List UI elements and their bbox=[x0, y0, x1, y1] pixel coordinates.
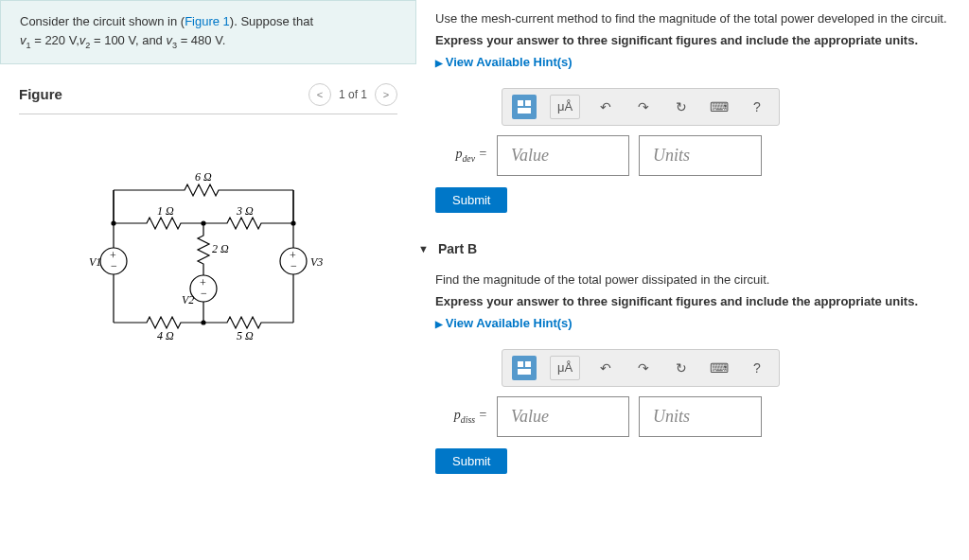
collapse-icon[interactable]: ▼ bbox=[418, 243, 429, 254]
part-b-section: Find the magnitude of the total power di… bbox=[435, 271, 950, 474]
templates-icon[interactable] bbox=[512, 356, 537, 380]
part-a-toolbar: μÅ ↶ ↷ ↻ ⌨ ? bbox=[502, 88, 780, 126]
problem-statement: Consider the circuit shown in (Figure 1)… bbox=[0, 0, 416, 64]
part-b-value-input[interactable]: Value bbox=[497, 396, 629, 437]
svg-rect-24 bbox=[518, 108, 531, 114]
part-a-submit-button[interactable]: Submit bbox=[435, 187, 507, 213]
figure-nav: < 1 of 1 > bbox=[308, 83, 397, 106]
svg-text:V1: V1 bbox=[89, 255, 101, 269]
keyboard-icon[interactable]: ⌨ bbox=[707, 356, 731, 380]
figure-link[interactable]: Figure 1 bbox=[185, 14, 230, 28]
svg-text:V3: V3 bbox=[310, 255, 323, 269]
part-b-instruction: Express your answer to three significant… bbox=[435, 294, 950, 308]
problem-text: Consider the circuit shown in ( bbox=[20, 14, 185, 28]
figure-counter: 1 of 1 bbox=[339, 88, 367, 101]
svg-rect-27 bbox=[518, 369, 531, 375]
part-a-section: Use the mesh-current method to find the … bbox=[435, 9, 950, 213]
part-b-var-label: pdiss = bbox=[435, 408, 487, 425]
reset-icon[interactable]: ↻ bbox=[669, 356, 694, 380]
help-icon[interactable]: ? bbox=[745, 95, 769, 119]
templates-icon[interactable] bbox=[512, 95, 537, 119]
part-b-submit-button[interactable]: Submit bbox=[435, 448, 507, 474]
part-b-hints-link[interactable]: View Available Hint(s) bbox=[435, 316, 950, 330]
greek-icon[interactable]: μÅ bbox=[550, 356, 580, 380]
part-b-units-input[interactable]: Units bbox=[639, 396, 762, 437]
svg-rect-26 bbox=[525, 361, 531, 367]
svg-text:6 Ω: 6 Ω bbox=[195, 170, 212, 184]
svg-point-6 bbox=[202, 321, 205, 324]
svg-text:1 Ω: 1 Ω bbox=[157, 204, 174, 218]
part-b-header[interactable]: ▼ Part B bbox=[418, 241, 950, 256]
figure-header: Figure < 1 of 1 > bbox=[19, 83, 397, 114]
help-icon[interactable]: ? bbox=[745, 356, 769, 380]
svg-text:−: − bbox=[111, 259, 117, 272]
figure-next-button[interactable]: > bbox=[375, 83, 397, 106]
redo-icon[interactable]: ↷ bbox=[631, 356, 656, 380]
svg-text:−: − bbox=[291, 259, 297, 272]
svg-text:3 Ω: 3 Ω bbox=[236, 204, 254, 218]
svg-text:−: − bbox=[201, 287, 207, 300]
part-a-prompt: Use the mesh-current method to find the … bbox=[435, 9, 950, 29]
svg-point-5 bbox=[202, 221, 205, 225]
svg-rect-23 bbox=[525, 100, 531, 106]
svg-text:2 Ω: 2 Ω bbox=[212, 242, 229, 255]
part-b-title: Part B bbox=[438, 241, 477, 256]
svg-text:4 Ω: 4 Ω bbox=[157, 329, 174, 341]
figure-title: Figure bbox=[19, 86, 62, 102]
undo-icon[interactable]: ↶ bbox=[593, 95, 618, 119]
redo-icon[interactable]: ↷ bbox=[631, 95, 656, 119]
keyboard-icon[interactable]: ⌨ bbox=[707, 95, 731, 119]
part-a-units-input[interactable]: Units bbox=[639, 135, 762, 176]
greek-icon[interactable]: μÅ bbox=[550, 95, 580, 119]
part-b-toolbar: μÅ ↶ ↷ ↻ ⌨ ? bbox=[502, 349, 780, 387]
svg-rect-22 bbox=[518, 100, 523, 106]
part-b-prompt: Find the magnitude of the total power di… bbox=[435, 271, 950, 290]
part-a-hints-link[interactable]: View Available Hint(s) bbox=[435, 55, 950, 69]
figure-prev-button[interactable]: < bbox=[308, 83, 331, 106]
svg-text:V2: V2 bbox=[182, 293, 194, 306]
part-a-value-input[interactable]: Value bbox=[497, 135, 629, 176]
reset-icon[interactable]: ↻ bbox=[669, 95, 694, 119]
svg-rect-25 bbox=[518, 361, 523, 367]
part-a-var-label: pdev = bbox=[435, 147, 487, 164]
circuit-diagram: 6 Ω 1 Ω 3 Ω 2 Ω 4 Ω 5 Ω V1 V2 V3 + − + −… bbox=[19, 143, 397, 360]
svg-text:5 Ω: 5 Ω bbox=[237, 329, 254, 341]
undo-icon[interactable]: ↶ bbox=[593, 356, 618, 380]
part-a-instruction: Express your answer to three significant… bbox=[435, 33, 950, 47]
